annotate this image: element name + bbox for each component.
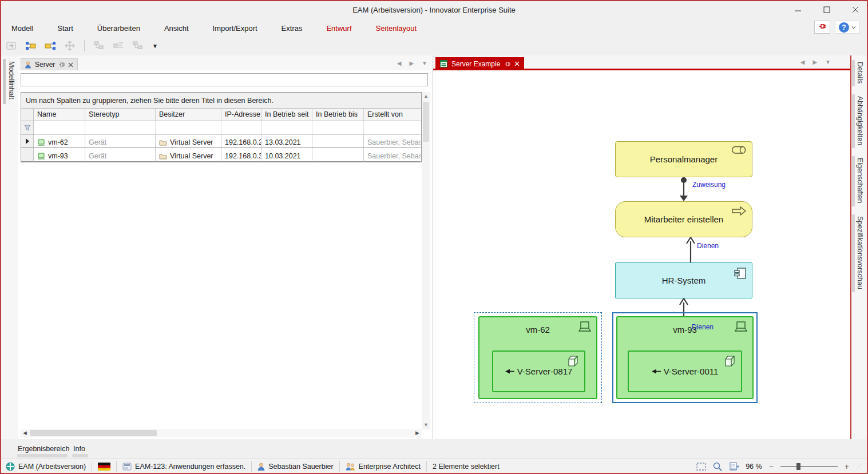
- filter-cell[interactable]: [156, 121, 221, 134]
- sidebar-tab-eigenschaften[interactable]: Eigenschaften: [852, 156, 866, 206]
- table-row-vm93[interactable]: vm-93 Gerät Virtual Server 192.168.0.3 1…: [21, 148, 421, 162]
- tabs-scroll-right-icon[interactable]: ▶: [409, 60, 414, 66]
- menu-import-export[interactable]: Import/Export: [213, 24, 257, 33]
- server-table-panel: Server ◀ ▶ ▼ Um nach Spalten zu gruppier…: [18, 55, 432, 439]
- pin-icon[interactable]: [58, 62, 65, 67]
- filter-cell[interactable]: [364, 121, 421, 134]
- close-tab-icon[interactable]: [514, 61, 520, 66]
- filter-cell[interactable]: [312, 121, 364, 134]
- column-header-betrieb-bis[interactable]: In Betrieb bis: [312, 109, 364, 121]
- zoom-slider[interactable]: [780, 466, 838, 467]
- task-window-icon: [122, 463, 132, 471]
- node-personalmanager[interactable]: Personalmanager: [615, 141, 752, 177]
- tabs-scroll-left-icon[interactable]: ◀: [800, 59, 805, 65]
- menu-extras[interactable]: Extras: [282, 24, 303, 33]
- tabs-scroll-left-icon[interactable]: ◀: [397, 60, 402, 66]
- node-hr-system[interactable]: HR-System: [615, 262, 752, 298]
- tab-server-example[interactable]: Server Example: [435, 57, 524, 70]
- node-vm62[interactable]: vm-62 V-Server-0817: [478, 316, 597, 399]
- zoom-slider-thumb[interactable]: [796, 463, 800, 470]
- menu-entwurf[interactable]: Entwurf: [326, 24, 351, 33]
- filter-cell[interactable]: [221, 121, 261, 134]
- menu-start[interactable]: Start: [57, 24, 73, 33]
- open-diagram-icon[interactable]: [5, 39, 18, 52]
- table-row-vm62[interactable]: vm-62 Gerät Virtual Server 192.168.0.2 1…: [21, 134, 421, 148]
- current-row-gutter: [21, 134, 34, 148]
- toolbar-overflow-icon[interactable]: ▼: [150, 43, 160, 49]
- tab-ergebnisbereich[interactable]: Ergebnisbereich: [18, 445, 69, 453]
- sidebar-tab-abhaengigkeiten[interactable]: Abhängigkeiten: [852, 94, 866, 148]
- zoom-percent: 96 %: [746, 463, 762, 471]
- column-header-stereotyp[interactable]: Stereotyp: [85, 109, 156, 121]
- quick-filter-input[interactable]: [21, 73, 428, 86]
- status-role[interactable]: Enterprise Architect: [340, 459, 426, 474]
- column-header-betrieb-seit[interactable]: In Betrieb seit: [261, 109, 312, 121]
- column-header-ip[interactable]: IP-Adresse: [221, 109, 261, 121]
- zoom-in-icon[interactable]: +: [845, 462, 849, 471]
- minimize-button[interactable]: [790, 2, 806, 17]
- tabs-list-icon[interactable]: ▼: [825, 59, 831, 65]
- node-vserver0817[interactable]: V-Server-0817: [492, 350, 585, 392]
- incoming-relations-icon[interactable]: [24, 39, 38, 52]
- node-mitarbeiter-einstellen[interactable]: Mitarbeiter einstellen: [615, 201, 752, 237]
- status-model[interactable]: EAM (Arbeitsversion): [0, 459, 92, 474]
- tabs-list-icon[interactable]: ▼: [422, 60, 427, 66]
- column-header-name[interactable]: Name: [34, 109, 85, 121]
- status-language[interactable]: [92, 459, 116, 474]
- maximize-button[interactable]: [819, 2, 835, 17]
- scrollbar-thumb[interactable]: [423, 102, 429, 142]
- scrollbar-thumb[interactable]: [30, 430, 157, 436]
- menu-ueberarbeiten[interactable]: Überarbeiten: [97, 24, 140, 33]
- menu-ansicht[interactable]: Ansicht: [164, 24, 189, 33]
- scroll-left-icon[interactable]: ◀: [21, 429, 29, 437]
- tree-level-icon[interactable]: [112, 39, 125, 52]
- outgoing-relations-icon[interactable]: [43, 39, 57, 52]
- filter-funnel-icon[interactable]: [24, 125, 31, 131]
- pushpin-icon: [818, 23, 826, 31]
- status-user[interactable]: Sebastian Sauerbier: [252, 459, 339, 474]
- tab-server[interactable]: Server: [21, 58, 78, 70]
- horizontal-scrollbar[interactable]: ◀ ▶: [21, 429, 422, 437]
- scroll-up-icon[interactable]: ▲: [422, 92, 430, 101]
- filter-cell[interactable]: [85, 121, 156, 134]
- delegate-arrow-icon: [652, 369, 661, 374]
- node-vserver0011[interactable]: V-Server-0011: [628, 350, 742, 392]
- fit-selection-icon[interactable]: [696, 463, 706, 471]
- chevron-down-icon: [851, 26, 856, 29]
- close-tab-icon[interactable]: [68, 62, 73, 67]
- tabs-scroll-right-icon[interactable]: ▶: [812, 59, 817, 65]
- menu-modell[interactable]: Modell: [11, 24, 33, 33]
- tab-server-example-label: Server Example: [451, 60, 500, 68]
- resize-grip[interactable]: ⋰: [856, 464, 862, 470]
- pin-ribbon-button[interactable]: [814, 21, 830, 34]
- column-header-erstellt-von[interactable]: Erstellt von: [364, 109, 421, 121]
- zoom-lens-icon[interactable]: [713, 462, 722, 471]
- move-icon[interactable]: [63, 39, 77, 52]
- pin-icon[interactable]: [504, 61, 510, 67]
- help-button[interactable]: ?: [835, 21, 860, 34]
- group-by-hint[interactable]: Um nach Spalten zu gruppieren, ziehen Si…: [21, 93, 421, 109]
- sidebar-tab-spezifikationsvorschau[interactable]: Spezifikationsvorschau: [852, 214, 866, 292]
- sidebar-tab-details[interactable]: Details: [852, 60, 866, 86]
- column-header-besitzer[interactable]: Besitzer: [156, 109, 221, 121]
- node-vm93[interactable]: vm-93 V-Server-0011: [616, 316, 754, 399]
- status-task[interactable]: EAM-123: Anwendungen erfassen.: [117, 459, 251, 474]
- filter-cell[interactable]: [34, 121, 85, 134]
- tree-collapse-icon[interactable]: [131, 39, 145, 52]
- cell-besitzer: Virtual Server: [156, 148, 221, 162]
- sidebar-tab-modellinhalt[interactable]: Modellinhalt: [3, 59, 18, 104]
- cube-icon: [568, 356, 579, 367]
- menu-seitenlayout[interactable]: Seitenlayout: [376, 24, 417, 33]
- diagram-canvas[interactable]: Personalmanager Zuweisung Mitarbeiter ei…: [433, 72, 850, 439]
- sidebar-tab-label: Modellinhalt: [6, 59, 18, 104]
- tab-underline: [17, 454, 68, 457]
- zoom-100-icon[interactable]: 100: [729, 462, 739, 471]
- zoom-out-icon[interactable]: −: [769, 462, 774, 471]
- scroll-down-icon[interactable]: ▼: [422, 421, 430, 429]
- close-button[interactable]: [847, 2, 863, 17]
- filter-cell[interactable]: [261, 121, 312, 134]
- scroll-right-icon[interactable]: ▶: [413, 429, 422, 437]
- tab-info[interactable]: Info: [73, 445, 85, 453]
- tree-expand-icon[interactable]: [92, 39, 106, 52]
- vertical-scrollbar[interactable]: ▲ ▼: [422, 92, 430, 429]
